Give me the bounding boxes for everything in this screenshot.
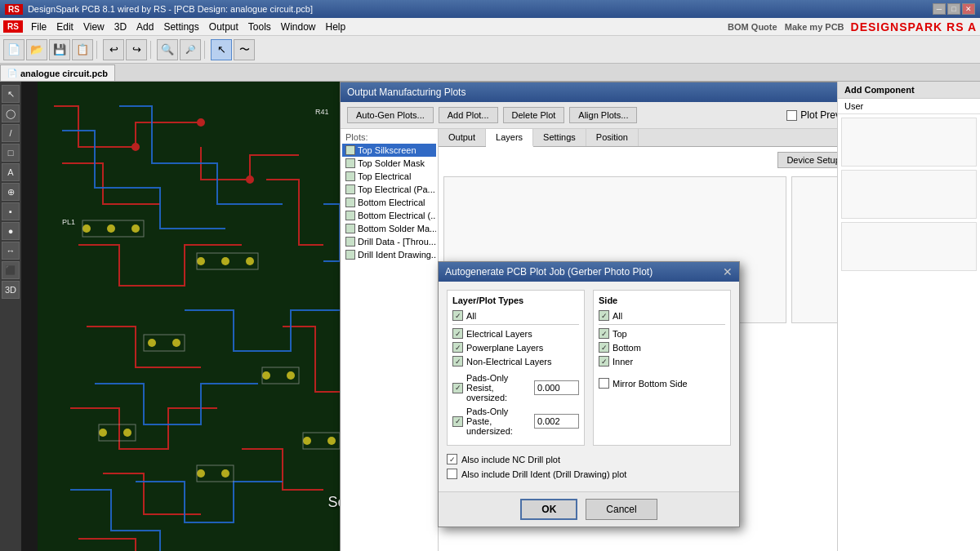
menu-settings[interactable]: Settings: [158, 20, 203, 34]
minimize-btn[interactable]: ─: [933, 3, 946, 15]
title-bar: RS DesignSpark PCB 8.1 wired by RS - [PC…: [0, 0, 980, 18]
bottom-side-chk[interactable]: [599, 342, 609, 353]
autogen-titlebar: Autogenerate PCB Plot Job (Gerber Photo …: [439, 262, 739, 282]
svg-point-3: [247, 176, 253, 183]
device-setup-btn[interactable]: Device Setup...: [777, 152, 837, 168]
autogen-dialog: Autogenerate PCB Plot Job (Gerber Photo …: [438, 261, 740, 527]
plot-preview-chk[interactable]: [786, 110, 797, 121]
svg-point-15: [123, 429, 131, 437]
menu-output[interactable]: Output: [204, 20, 243, 34]
cancel-btn[interactable]: Cancel: [586, 499, 657, 520]
all-layers-chk[interactable]: [452, 310, 463, 321]
pcb-board-svg: PL1 R41: [38, 82, 389, 551]
add-plot-btn[interactable]: Add Plot...: [439, 107, 498, 123]
tab-settings[interactable]: Settings: [533, 129, 586, 146]
auto-gen-plots-btn[interactable]: Auto-Gen Plots...: [347, 107, 434, 123]
tb-redo[interactable]: ↪: [126, 39, 147, 60]
menu-tools[interactable]: Tools: [243, 20, 276, 34]
maximize-btn[interactable]: □: [947, 3, 960, 15]
tb-select[interactable]: ↖: [211, 39, 232, 60]
powerplane-layers-chk[interactable]: [452, 342, 463, 353]
inner-side-label: Inner: [612, 357, 633, 367]
nc-drill-chk[interactable]: [447, 454, 457, 464]
tab-position[interactable]: Position: [586, 129, 639, 146]
mirror-chk-row: Mirror Bottom Side: [599, 378, 725, 389]
resist-label: Pads-Only Resist, oversized:: [466, 373, 534, 402]
right-panel: Add Component User: [837, 82, 980, 551]
align-plots-btn[interactable]: Align Plots...: [569, 107, 637, 123]
lt-measure[interactable]: ↔: [2, 242, 20, 260]
lt-add-rect[interactable]: □: [2, 144, 20, 162]
top-side-row: Top: [599, 328, 725, 339]
layer-plot-types-col: Layer/Plot Types All Electrical Layers: [447, 290, 585, 446]
menu-add[interactable]: Add: [131, 20, 158, 34]
resist-chk[interactable]: [452, 383, 463, 393]
autogen-close-icon[interactable]: ✕: [723, 265, 733, 278]
tab-output[interactable]: Output: [439, 129, 486, 146]
ok-btn[interactable]: OK: [520, 499, 577, 520]
non-electrical-layers-chk[interactable]: [452, 356, 463, 367]
doc-tab-label: analogue circuit.pcb: [20, 69, 108, 78]
tb-sep1: [96, 41, 100, 59]
tb-zoom-in[interactable]: 🔍: [157, 39, 178, 60]
lt-3d[interactable]: 3D: [2, 281, 20, 299]
menu-window[interactable]: Window: [276, 20, 321, 34]
svg-text:R41: R41: [315, 108, 329, 116]
plot-item-1[interactable]: Top Solder Mask: [342, 157, 436, 170]
tb-copy[interactable]: 📋: [72, 39, 93, 60]
svg-point-14: [99, 429, 107, 437]
lt-drill[interactable]: ⊕: [2, 183, 20, 201]
plot-item-3[interactable]: Top Electrical (Pa...: [342, 183, 436, 196]
doc-tab-pcb[interactable]: 📄 analogue circuit.pcb: [0, 64, 115, 81]
plot-chk-8: [345, 250, 355, 260]
menu-help[interactable]: Help: [321, 20, 351, 34]
paste-input[interactable]: [534, 414, 579, 429]
svg-point-12: [262, 371, 270, 380]
resist-input[interactable]: [534, 380, 579, 395]
close-btn[interactable]: ✕: [962, 3, 975, 15]
all-side-chk[interactable]: [599, 310, 609, 321]
tab-layers[interactable]: Layers: [486, 129, 533, 147]
drill-ident-chk[interactable]: [447, 469, 457, 479]
tb-undo[interactable]: ↩: [103, 39, 124, 60]
svg-point-17: [221, 469, 229, 478]
main-area: ↖ ◯ / □ A ⊕ ▪ ● ↔ ⬛ 3D: [0, 82, 980, 551]
lt-route[interactable]: ◯: [2, 104, 20, 122]
plot-chk-3: [345, 184, 355, 194]
plot-item-5[interactable]: Bottom Electrical (...: [342, 209, 436, 222]
inner-side-chk[interactable]: [599, 356, 609, 367]
paste-chk[interactable]: [452, 416, 463, 427]
tb-sep3: [204, 41, 207, 59]
extra-checks-area: Also include NC Drill plot Also include …: [447, 454, 731, 479]
tb-open[interactable]: 📂: [26, 39, 47, 60]
plot-item-2[interactable]: Top Electrical: [342, 170, 436, 183]
menu-file[interactable]: File: [26, 20, 51, 34]
lt-text[interactable]: A: [2, 163, 20, 181]
tb-zoom-out[interactable]: 🔎: [180, 39, 201, 60]
right-panel-user: User: [838, 99, 980, 114]
menu-view[interactable]: View: [78, 20, 109, 34]
tb-new[interactable]: 📄: [3, 39, 24, 60]
plot-item-4[interactable]: Bottom Electrical: [342, 196, 436, 209]
lt-select[interactable]: ↖: [2, 85, 20, 103]
tb-route[interactable]: 〜: [234, 39, 255, 60]
electrical-layers-chk[interactable]: [452, 328, 463, 339]
delete-plot-btn[interactable]: Delete Plot: [503, 107, 565, 123]
mirror-chk[interactable]: [599, 378, 609, 389]
menu-3d[interactable]: 3D: [109, 20, 131, 34]
plot-item-7[interactable]: Drill Data - [Throu...: [342, 235, 436, 248]
tb-save[interactable]: 💾: [49, 39, 70, 60]
svg-text:PL1: PL1: [62, 218, 75, 226]
plot-item-8[interactable]: Drill Ident Drawing...: [342, 248, 436, 261]
paste-row: Pads-Only Paste, undersized:: [452, 407, 579, 436]
lt-add-line[interactable]: /: [2, 124, 20, 142]
tb-sep2: [150, 41, 154, 59]
lt-comp[interactable]: ⬛: [2, 261, 20, 279]
plot-item-6[interactable]: Bottom Solder Ma...: [342, 222, 436, 235]
top-side-chk[interactable]: [599, 328, 609, 339]
plot-item-0[interactable]: Top Silkscreen: [342, 144, 436, 157]
non-electrical-layers-row: Non-Electrical Layers: [452, 356, 579, 367]
lt-via[interactable]: ●: [2, 222, 20, 240]
menu-edit[interactable]: Edit: [51, 20, 78, 34]
lt-pad[interactable]: ▪: [2, 202, 20, 220]
